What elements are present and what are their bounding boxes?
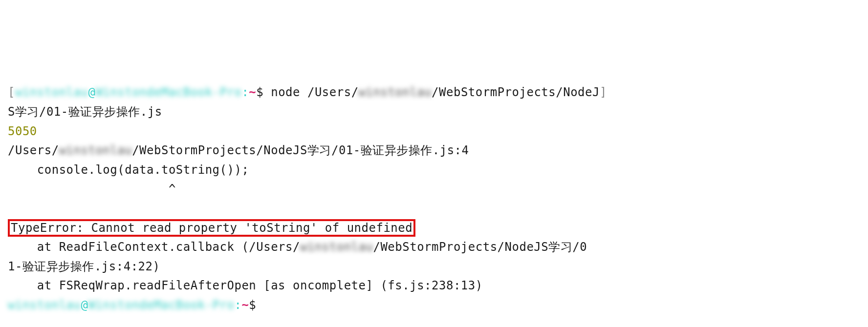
command-text-3: S学习/01-验证异步操作.js <box>8 105 162 119</box>
output-number: 5050 <box>8 124 37 138</box>
prompt-colon: : <box>241 85 249 99</box>
caret-line: ^ <box>8 180 860 199</box>
stack1-middle: /WebStormProjects/NodeJS学习/0 <box>373 240 587 254</box>
error-path-suffix: /WebStormProjects/NodeJS学习/01-验证异步操作.js:… <box>132 143 469 157</box>
stack-line-1: at ReadFileContext.callback (/Users/wins… <box>8 238 860 257</box>
blank-line <box>8 199 860 219</box>
prompt-at: @ <box>88 85 95 99</box>
output-number-line: 5050 <box>8 122 860 142</box>
error-path-line: /Users/winstonlau/WebStormProjects/NodeJ… <box>8 141 860 161</box>
prompt2-colon: : <box>234 298 241 312</box>
prompt-dollar: $ <box>256 85 271 99</box>
code-line: console.log(data.toString()); <box>8 161 860 180</box>
prompt-line-2: winstonlau@WinstondeMacBook-Pro:~$ <box>8 296 860 315</box>
stack1-blurred: winstonlau <box>300 240 373 254</box>
prompt-line-1: [winstonlau@WinstondeMacBook-Pro:~$ node… <box>8 83 860 102</box>
command-text-1: node /Users/ <box>271 85 358 99</box>
command-text-2: /WebStormProjects/NodeJ <box>432 85 600 99</box>
prompt2-tilde: ~ <box>241 298 249 312</box>
terminal-output: [winstonlau@WinstondeMacBook-Pro:~$ node… <box>8 83 860 315</box>
error-message-highlighted: TypeError: Cannot read property 'toStrin… <box>8 219 415 237</box>
stack-line-1-cont: 1-验证异步操作.js:4:22) <box>8 257 860 277</box>
stack1-prefix: at ReadFileContext.callback (/Users/ <box>8 240 300 254</box>
prompt2-dollar: $ <box>249 298 256 312</box>
command-continuation: S学习/01-验证异步操作.js <box>8 102 860 122</box>
command-blurred-user: winstonlau <box>359 85 432 99</box>
prompt2-host: WinstondeMacBook-Pro <box>88 298 234 312</box>
error-path-blurred: winstonlau <box>59 143 132 157</box>
stack-line-2: at FSReqWrap.readFileAfterOpen [as oncom… <box>8 276 860 296</box>
error-message-line: TypeError: Cannot read property 'toStrin… <box>8 219 860 238</box>
error-path-prefix: /Users/ <box>8 143 59 157</box>
bracket-open: [ <box>8 85 15 99</box>
prompt2-at: @ <box>81 298 88 312</box>
prompt-host: WinstondeMacBook-Pro <box>95 85 241 99</box>
prompt-tilde: ~ <box>249 85 256 99</box>
prompt-user: winstonlau <box>15 85 88 99</box>
bracket-close: ] <box>600 85 607 99</box>
prompt2-user: winstonlau <box>8 298 81 312</box>
